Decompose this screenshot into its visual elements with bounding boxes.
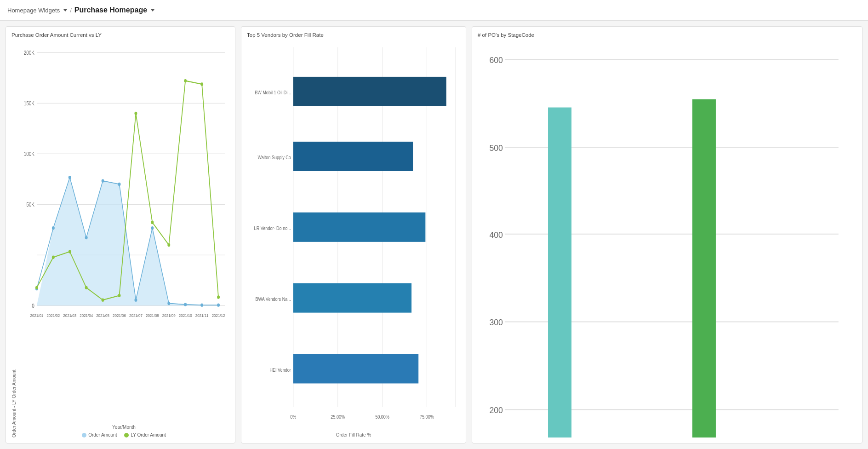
left-chart-panel: Purchase Order Amount Current vs LY Orde… [6, 26, 235, 443]
svg-text:2021/11: 2021/11 [195, 313, 209, 318]
svg-text:400: 400 [489, 230, 503, 240]
svg-point-25 [52, 256, 55, 259]
svg-point-34 [200, 82, 203, 86]
right-chart-title: # of PO's by StageCode [478, 32, 857, 38]
svg-text:2021/10: 2021/10 [179, 313, 192, 318]
svg-point-17 [118, 183, 121, 186]
middle-x-axis-label: Order Fill Rate % [247, 432, 460, 437]
svg-text:2021/05: 2021/05 [96, 313, 109, 318]
current-dropdown-icon[interactable] [151, 9, 154, 12]
right-chart-svg: 600 500 400 300 200 100 0 [478, 41, 857, 437]
svg-point-27 [85, 286, 88, 289]
breadcrumb-current-label: Purchase Homepage [74, 6, 147, 14]
svg-text:2021/03: 2021/03 [63, 313, 76, 318]
svg-rect-82 [548, 108, 571, 437]
left-y-axis-label: Order Amount - LY Order Amount [11, 41, 17, 437]
breadcrumb-parent[interactable]: Homepage Widgets [7, 7, 67, 14]
svg-text:300: 300 [489, 318, 503, 327]
legend-label-order-amount: Order Amount [88, 432, 117, 437]
breadcrumb-separator: / [70, 7, 72, 14]
breadcrumb-parent-label: Homepage Widgets [7, 7, 60, 14]
svg-text:25.00%: 25.00% [331, 414, 345, 420]
svg-text:BWA Vendors Na...: BWA Vendors Na... [255, 296, 291, 302]
svg-point-15 [85, 236, 88, 239]
svg-point-22 [200, 303, 203, 306]
legend-dot-order-amount [82, 433, 86, 437]
svg-point-20 [167, 302, 170, 305]
svg-point-21 [184, 303, 187, 306]
left-chart-title: Purchase Order Amount Current vs LY [11, 32, 229, 38]
svg-point-35 [217, 295, 220, 299]
svg-text:600: 600 [489, 56, 503, 65]
header: Homepage Widgets / Purchase Homepage [0, 0, 868, 21]
middle-chart-svg: BW Mobil 1 Oil Di... Walton Supply Co LR… [247, 41, 460, 431]
svg-point-28 [102, 298, 104, 301]
legend-label-ly: LY Order Amount [131, 432, 166, 437]
svg-text:BW Mobil 1 Oil Di...: BW Mobil 1 Oil Di... [255, 90, 291, 95]
svg-point-24 [35, 286, 38, 289]
svg-rect-56 [293, 142, 413, 171]
svg-rect-86 [692, 99, 716, 437]
svg-text:0%: 0% [290, 414, 296, 420]
breadcrumb-current[interactable]: Purchase Homepage [74, 6, 154, 14]
svg-text:2021/07: 2021/07 [129, 313, 143, 318]
svg-rect-54 [293, 77, 446, 106]
svg-point-30 [134, 112, 137, 115]
left-chart-legend: Order Amount LY Order Amount [18, 432, 229, 437]
middle-chart-title: Top 5 Vendors by Order Fill Rate [247, 32, 460, 38]
left-chart-svg: 200K 150K 100K 50K 0 [18, 41, 229, 424]
main-content: Purchase Order Amount Current vs LY Orde… [0, 21, 868, 449]
middle-chart-area: BW Mobil 1 Oil Di... Walton Supply Co LR… [247, 41, 460, 437]
svg-point-19 [151, 226, 154, 230]
svg-point-14 [69, 176, 71, 179]
svg-text:2021/06: 2021/06 [113, 313, 126, 318]
svg-text:2021/09: 2021/09 [162, 313, 176, 318]
svg-text:LR Vendor- Do no...: LR Vendor- Do no... [254, 225, 291, 231]
svg-point-29 [118, 294, 121, 297]
svg-point-18 [134, 298, 137, 301]
left-x-axis-label: Year/Month [18, 425, 229, 430]
svg-text:500: 500 [489, 144, 503, 153]
svg-point-31 [151, 221, 154, 224]
svg-text:2021/04: 2021/04 [80, 313, 93, 318]
svg-text:50K: 50K [26, 201, 34, 207]
svg-text:100K: 100K [24, 151, 35, 157]
legend-ly-order-amount: LY Order Amount [124, 432, 166, 437]
breadcrumb: Homepage Widgets / Purchase Homepage [7, 6, 154, 14]
svg-text:200K: 200K [24, 50, 35, 56]
svg-rect-58 [293, 213, 425, 242]
svg-text:200: 200 [489, 406, 503, 415]
svg-text:50.00%: 50.00% [375, 414, 389, 420]
svg-text:HEI Vendor: HEI Vendor [269, 367, 291, 373]
svg-rect-60 [293, 283, 411, 313]
parent-dropdown-icon[interactable] [63, 9, 67, 12]
svg-text:75.00%: 75.00% [420, 414, 434, 420]
legend-dot-ly [124, 433, 129, 437]
svg-point-16 [102, 179, 104, 182]
svg-point-13 [52, 226, 55, 230]
right-chart-area: 600 500 400 300 200 100 0 [478, 41, 857, 437]
svg-point-33 [184, 79, 187, 82]
svg-text:0: 0 [32, 303, 34, 309]
svg-text:Walton Supply Co: Walton Supply Co [258, 155, 291, 160]
middle-chart-panel: Top 5 Vendors by Order Fill Rate BW Mobi… [241, 26, 466, 443]
right-chart-panel: # of PO's by StageCode 60 [472, 26, 862, 443]
svg-point-26 [69, 250, 71, 253]
svg-text:2021/01: 2021/01 [30, 313, 44, 318]
svg-text:150K: 150K [24, 100, 35, 106]
svg-rect-62 [293, 354, 418, 383]
svg-point-32 [167, 243, 170, 247]
left-chart-area: Order Amount - LY Order Amount 2 [11, 41, 229, 437]
svg-text:2021/12: 2021/12 [212, 313, 225, 318]
svg-point-23 [217, 303, 220, 306]
svg-text:2021/08: 2021/08 [146, 313, 159, 318]
svg-text:2021/02: 2021/02 [46, 313, 60, 318]
legend-order-amount: Order Amount [82, 432, 117, 437]
